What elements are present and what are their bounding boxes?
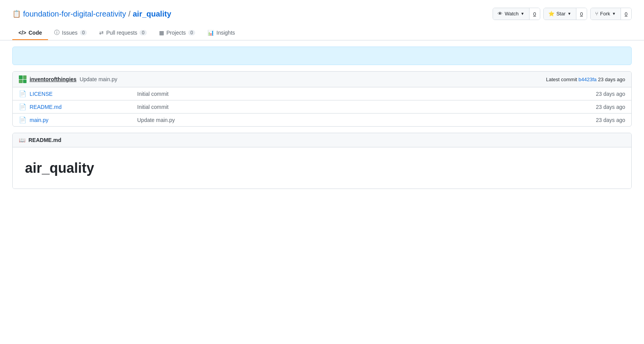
file-icon: 📄 <box>19 116 27 124</box>
watch-count[interactable]: 0 <box>529 8 540 20</box>
tab-code-label: Code <box>28 30 42 36</box>
fork-button-group: ⑂ Fork ▼ 0 <box>590 8 632 20</box>
file-icon: 📄 <box>19 103 27 110</box>
star-count[interactable]: 0 <box>576 8 587 20</box>
repo-owner-link[interactable]: foundation-for-digital-creativity <box>23 10 126 18</box>
star-button-group: ⭐ Star ▼ 0 <box>543 8 587 20</box>
readme-body: air_quality <box>13 147 631 189</box>
commit-hash[interactable]: b4423fa <box>579 77 597 82</box>
watch-label: Watch <box>505 10 518 18</box>
fork-icon: ⑂ <box>595 10 598 18</box>
readme-section: 📖 README.md air_quality <box>12 133 632 189</box>
readme-book-icon: 📖 <box>19 137 25 143</box>
star-label: Star <box>556 10 566 18</box>
file-time-readme: 23 days ago <box>579 104 625 110</box>
breadcrumb-separator: / <box>128 10 131 18</box>
table-row: 📄 LICENSE Initial commit 23 days ago <box>13 87 631 100</box>
repo-title: 📋 foundation-for-digital-creativity / ai… <box>12 10 171 18</box>
fork-label: Fork <box>600 10 610 18</box>
repo-header: 📋 foundation-for-digital-creativity / ai… <box>0 0 644 20</box>
file-commit-msg-readme: Initial commit <box>137 104 579 110</box>
readme-heading: air_quality <box>25 160 619 176</box>
tab-projects-label: Projects <box>166 30 186 36</box>
tab-insights-label: Insights <box>216 30 235 36</box>
file-browser: inventorofthingies Update main.py Latest… <box>12 71 632 127</box>
chevron-icon: ▼ <box>568 10 571 18</box>
commit-meta: Latest commit b4423fa 23 days ago <box>546 77 625 82</box>
projects-badge: 0 <box>188 30 196 35</box>
pr-icon: ⇄ <box>99 30 104 36</box>
commit-message: Update main.py <box>80 76 117 82</box>
table-row: 📄 README.md Initial commit 23 days ago <box>13 100 631 114</box>
chevron-icon: ▼ <box>612 10 616 18</box>
pr-badge: 0 <box>139 30 147 35</box>
file-name-main[interactable]: main.py <box>30 117 137 123</box>
file-commit-msg-main: Update main.py <box>137 117 579 123</box>
commit-label-prefix: Latest commit <box>546 77 579 82</box>
issues-badge: 0 <box>80 30 87 35</box>
chevron-icon: ▼ <box>521 10 524 18</box>
repo-nav: </> Code ⓘ Issues 0 ⇄ Pull requests 0 ▦ … <box>0 26 644 40</box>
commit-author-info: inventorofthingies Update main.py <box>19 75 117 83</box>
fork-button[interactable]: ⑂ Fork ▼ <box>591 8 621 20</box>
commit-time-meta: 23 days ago <box>597 77 625 82</box>
info-banner <box>12 47 632 65</box>
fork-count[interactable]: 0 <box>621 8 631 20</box>
readme-header: 📖 README.md <box>13 133 631 147</box>
file-name-readme[interactable]: README.md <box>30 104 137 110</box>
eye-icon: 👁 <box>498 10 503 18</box>
file-icon: 📄 <box>19 90 27 97</box>
insights-icon: 📊 <box>207 30 214 36</box>
readme-title: README.md <box>28 137 61 143</box>
projects-icon: ▦ <box>159 30 164 36</box>
tab-projects[interactable]: ▦ Projects 0 <box>153 26 201 40</box>
avatar-cell <box>19 75 23 79</box>
file-time-license: 23 days ago <box>579 91 625 97</box>
repo-actions: 👁 Watch ▼ 0 ⭐ Star ▼ 0 ⑂ Fork ▼ 0 <box>493 8 632 20</box>
avatar-cell <box>23 75 27 79</box>
tab-insights[interactable]: 📊 Insights <box>201 26 241 40</box>
avatar-cell <box>19 80 23 83</box>
tab-issues[interactable]: ⓘ Issues 0 <box>48 26 93 40</box>
table-row: 📄 main.py Update main.py 23 days ago <box>13 114 631 126</box>
issues-icon: ⓘ <box>54 29 60 36</box>
file-name-license[interactable]: LICENSE <box>30 91 137 97</box>
star-button[interactable]: ⭐ Star ▼ <box>544 8 576 20</box>
tab-pull-requests[interactable]: ⇄ Pull requests 0 <box>93 26 153 40</box>
avatar <box>19 75 27 83</box>
repo-book-icon: 📋 <box>12 10 21 18</box>
avatar-cell <box>23 80 27 83</box>
tab-issues-label: Issues <box>62 30 77 36</box>
file-time-main: 23 days ago <box>579 117 625 123</box>
star-icon: ⭐ <box>548 10 554 18</box>
watch-button-group: 👁 Watch ▼ 0 <box>493 8 540 20</box>
code-icon: </> <box>18 30 26 36</box>
commit-header: inventorofthingies Update main.py Latest… <box>13 72 631 87</box>
tab-pr-label: Pull requests <box>106 30 137 36</box>
repo-name-link[interactable]: air_quality <box>133 10 171 18</box>
commit-author-name[interactable]: inventorofthingies <box>30 76 76 82</box>
tab-code[interactable]: </> Code <box>12 26 48 40</box>
file-commit-msg-license: Initial commit <box>137 91 579 97</box>
watch-button[interactable]: 👁 Watch ▼ <box>493 8 529 20</box>
